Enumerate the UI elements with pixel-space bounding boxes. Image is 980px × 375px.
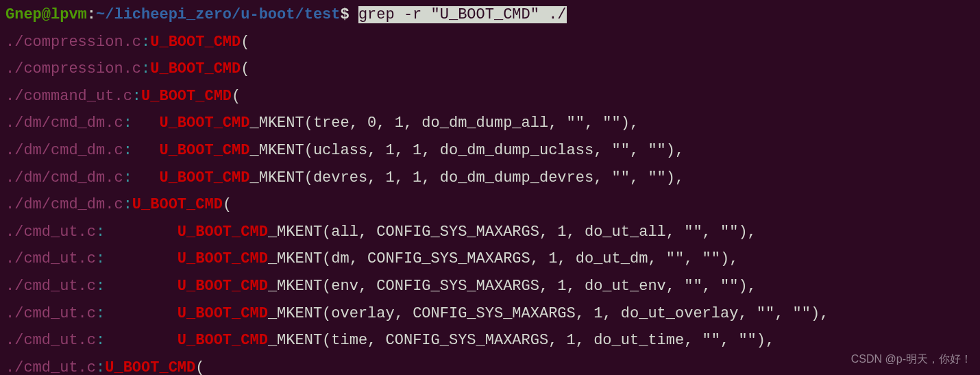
separator: : [96,332,105,349]
line-rest: ( [232,88,241,105]
output-line: ./dm/cmd_dm.c: U_BOOT_CMD_MKENT(devres, … [5,165,975,192]
padding [105,250,177,267]
line-rest: _MKENT(tree, 0, 1, do_dm_dump_all, "", "… [249,114,639,132]
line-rest: _MKENT(env, CONFIG_SYS_MAXARGS, 1, do_ut… [268,278,757,295]
file-path: ./compression.c [5,34,141,51]
file-path: ./dm/cmd_dm.c [5,142,123,159]
separator: : [96,250,105,267]
line-rest: _MKENT(time, CONFIG_SYS_MAXARGS, 1, do_u… [268,332,774,349]
output-line: ./dm/cmd_dm.c: U_BOOT_CMD_MKENT(uclass, … [5,137,975,165]
grep-match: U_BOOT_CMD [177,223,268,241]
command-text[interactable]: grep -r "U_BOOT_CMD" ./ [358,6,567,23]
grep-match: U_BOOT_CMD [177,305,268,322]
line-rest: _MKENT(uclass, 1, 1, do_dm_dump_uclass, … [249,142,684,159]
file-path: ./command_ut.c [5,88,132,105]
separator: : [96,278,105,295]
grep-match: U_BOOT_CMD [105,359,195,375]
output-line: ./cmd_ut.c: U_BOOT_CMD_MKENT(dm, CONFIG_… [5,245,975,273]
file-path: ./cmd_ut.c [5,223,96,241]
separator: : [96,305,105,322]
output-line: ./dm/cmd_dm.c: U_BOOT_CMD_MKENT(tree, 0,… [5,110,975,137]
file-path: ./cmd_ut.c [5,250,96,267]
output-line: ./dm/cmd_dm.c:U_BOOT_CMD( [5,191,975,219]
grep-match: U_BOOT_CMD [177,278,268,295]
grep-match: U_BOOT_CMD [141,88,232,105]
separator: : [96,223,105,241]
grep-match: U_BOOT_CMD [150,34,241,51]
current-path: ~/licheepi_zero/u-boot/test [96,6,340,23]
file-path: ./compression.c [5,60,141,77]
file-path: ./dm/cmd_dm.c [5,114,123,132]
padding [105,305,177,322]
output-line: ./cmd_ut.c: U_BOOT_CMD_MKENT(env, CONFIG… [5,273,975,300]
prompt-colon: : [87,6,96,23]
padding [105,278,177,295]
line-rest: ( [241,60,249,77]
line-rest: _MKENT(overlay, CONFIG_SYS_MAXARGS, 1, d… [268,305,829,322]
file-path: ./cmd_ut.c [5,359,96,375]
padding [132,142,160,159]
grep-match: U_BOOT_CMD [159,114,249,132]
padding [105,332,177,349]
line-rest: _MKENT(dm, CONFIG_SYS_MAXARGS, 1, do_ut_… [268,250,739,267]
output-line: ./cmd_ut.c: U_BOOT_CMD_MKENT(all, CONFIG… [5,219,975,246]
separator: : [123,169,132,186]
line-rest: _MKENT(devres, 1, 1, do_dm_dump_devres, … [249,169,684,186]
line-rest: ( [195,359,204,375]
separator: : [123,114,132,132]
separator: : [141,34,150,51]
padding [132,114,160,132]
file-path: ./cmd_ut.c [5,305,96,322]
separator: : [141,60,150,77]
grep-match: U_BOOT_CMD [159,169,249,186]
separator: : [123,142,132,159]
grep-match: U_BOOT_CMD [150,60,241,77]
output-line: ./cmd_ut.c: U_BOOT_CMD_MKENT(overlay, CO… [5,300,975,328]
output-line: ./cmd_ut.c: U_BOOT_CMD_MKENT(time, CONFI… [5,327,975,354]
separator: : [96,359,105,375]
line-rest: ( [223,196,232,213]
file-path: ./dm/cmd_dm.c [5,169,123,186]
separator: : [123,196,132,213]
line-rest: ( [241,34,249,51]
output-line: ./cmd_ut.c:U_BOOT_CMD( [5,354,975,375]
file-path: ./cmd_ut.c [5,332,96,349]
output-line: ./compression.c:U_BOOT_CMD( [5,56,975,83]
file-path: ./dm/cmd_dm.c [5,196,123,213]
prompt-dollar: $ [341,6,358,23]
separator: : [132,88,141,105]
output-line: ./compression.c:U_BOOT_CMD( [5,29,975,56]
terminal-output: ./compression.c:U_BOOT_CMD(./compression… [5,29,975,375]
file-path: ./cmd_ut.c [5,278,96,295]
padding [132,169,160,186]
line-rest: _MKENT(all, CONFIG_SYS_MAXARGS, 1, do_ut… [268,223,757,241]
prompt-line: Gnep@lpvm:~/licheepi_zero/u-boot/test$ g… [5,1,975,29]
user-host: Gnep@lpvm [5,6,87,23]
padding [105,223,177,241]
output-line: ./command_ut.c:U_BOOT_CMD( [5,83,975,110]
grep-match: U_BOOT_CMD [132,196,223,213]
grep-match: U_BOOT_CMD [159,142,249,159]
watermark-text: CSDN @p-明天，你好！ [851,350,972,370]
grep-match: U_BOOT_CMD [177,332,268,349]
grep-match: U_BOOT_CMD [177,250,268,267]
